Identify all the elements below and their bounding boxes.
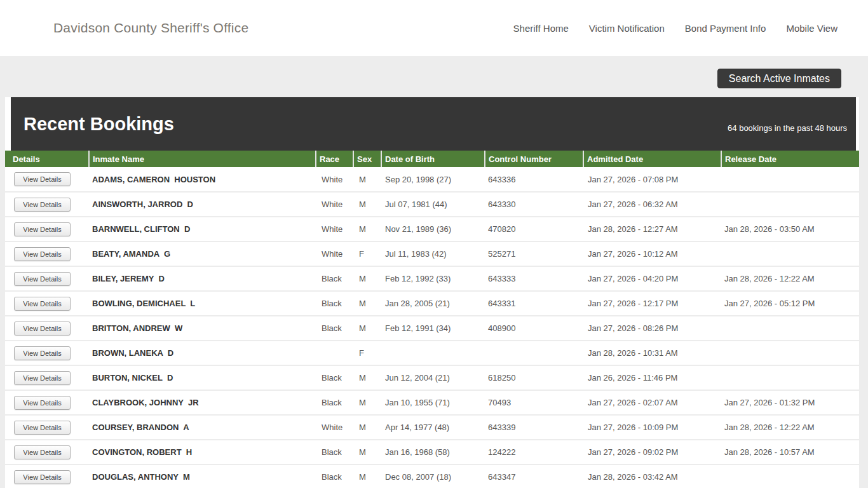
control-cell: 643347 <box>485 464 583 488</box>
column-header-sex: Sex <box>353 151 381 167</box>
dob-cell: Feb 12, 1992 (33) <box>381 266 485 291</box>
released-cell: Jan 28, 2026 - 10:57 AM <box>721 440 859 464</box>
sex-cell: M <box>353 464 381 488</box>
admitted-cell: Jan 28, 2026 - 10:31 AM <box>583 341 721 365</box>
column-header-release-date: Release Date <box>721 151 859 167</box>
view-details-button[interactable]: View Details <box>14 297 71 311</box>
race-cell: Black <box>316 464 353 488</box>
race-cell <box>316 341 353 365</box>
table-row: View DetailsCOVINGTON, ROBERT HBlackMJan… <box>5 440 859 464</box>
control-cell: 643331 <box>485 291 583 316</box>
admitted-cell: Jan 27, 2026 - 09:02 PM <box>583 440 721 464</box>
dob-cell: Jun 12, 2004 (21) <box>381 365 485 390</box>
details-cell: View Details <box>5 241 89 266</box>
view-details-button[interactable]: View Details <box>14 346 71 360</box>
bookings-table: DetailsInmate NameRaceSexDate of BirthCo… <box>5 151 859 488</box>
table-row: View DetailsAINSWORTH, JARROD DWhiteMJul… <box>5 192 859 217</box>
inmate-name: BARNWELL, CLIFTON D <box>89 217 316 241</box>
details-cell: View Details <box>5 291 89 316</box>
inmate-name: COURSEY, BRANDON A <box>89 415 316 440</box>
dob-cell: Nov 21, 1989 (36) <box>381 217 485 241</box>
race-cell: Black <box>316 440 353 464</box>
inmate-name: AINSWORTH, JARROD D <box>89 192 316 217</box>
nav-sheriff-home[interactable]: Sheriff Home <box>513 23 569 34</box>
inmate-name: ADAMS, CAMERON HOUSTON <box>89 167 316 192</box>
view-details-button[interactable]: View Details <box>14 470 71 484</box>
view-details-button[interactable]: View Details <box>14 247 71 261</box>
released-cell: Jan 28, 2026 - 03:50 AM <box>721 217 859 241</box>
table-row: View DetailsBRITTON, ANDREW WBlackMFeb 1… <box>5 316 859 341</box>
view-details-button[interactable]: View Details <box>14 371 71 385</box>
view-details-button[interactable]: View Details <box>14 445 71 459</box>
table-header-row: DetailsInmate NameRaceSexDate of BirthCo… <box>5 151 859 167</box>
sex-cell: M <box>353 291 381 316</box>
recent-bookings-panel: Recent Bookings 64 bookings in the past … <box>5 97 859 488</box>
released-cell <box>721 316 859 341</box>
dob-cell: Jul 11, 1983 (42) <box>381 241 485 266</box>
inmate-name: BRITTON, ANDREW W <box>89 316 316 341</box>
dob-cell <box>381 341 485 365</box>
control-cell: 124222 <box>485 440 583 464</box>
admitted-cell: Jan 27, 2026 - 07:08 PM <box>583 167 721 192</box>
bookings-table-body: View DetailsADAMS, CAMERON HOUSTONWhiteM… <box>5 167 859 488</box>
view-details-button[interactable]: View Details <box>14 222 71 236</box>
details-cell: View Details <box>5 217 89 241</box>
sex-cell: M <box>353 390 381 415</box>
released-cell: Jan 27, 2026 - 05:12 PM <box>721 291 859 316</box>
sex-cell: M <box>353 192 381 217</box>
details-cell: View Details <box>5 390 89 415</box>
sex-cell: M <box>353 365 381 390</box>
race-cell: Black <box>316 291 353 316</box>
nav-bond-payment-info[interactable]: Bond Payment Info <box>685 23 766 34</box>
view-details-button[interactable]: View Details <box>14 198 71 212</box>
dob-cell: Jan 16, 1968 (58) <box>381 440 485 464</box>
released-cell <box>721 241 859 266</box>
recent-bookings-header: Recent Bookings 64 bookings in the past … <box>11 97 856 151</box>
dob-cell: Jan 10, 1955 (71) <box>381 390 485 415</box>
table-row: View DetailsBOWLING, DEMICHAEL LBlackMJa… <box>5 291 859 316</box>
released-cell <box>721 365 859 390</box>
dob-cell: Jan 28, 2005 (21) <box>381 291 485 316</box>
dob-cell: Feb 12, 1991 (34) <box>381 316 485 341</box>
dob-cell: Sep 20, 1998 (27) <box>381 167 485 192</box>
inmate-name: CLAYBROOK, JOHNNY JR <box>89 390 316 415</box>
admitted-cell: Jan 28, 2026 - 12:27 AM <box>583 217 721 241</box>
table-row: View DetailsCLAYBROOK, JOHNNY JRBlackMJa… <box>5 390 859 415</box>
sex-cell: M <box>353 217 381 241</box>
inmate-name: BURTON, NICKEL D <box>89 365 316 390</box>
view-details-button[interactable]: View Details <box>14 396 71 410</box>
view-details-button[interactable]: View Details <box>14 172 71 186</box>
table-row: View DetailsADAMS, CAMERON HOUSTONWhiteM… <box>5 167 859 192</box>
bookings-count-text: 64 bookings in the past 48 hours <box>728 123 847 133</box>
view-details-button[interactable]: View Details <box>14 272 71 286</box>
admitted-cell: Jan 27, 2026 - 04:20 PM <box>583 266 721 291</box>
inmate-name: BEATY, AMANDA G <box>89 241 316 266</box>
admitted-cell: Jan 26, 2026 - 11:46 PM <box>583 365 721 390</box>
view-details-button[interactable]: View Details <box>14 322 71 336</box>
table-row: View DetailsBROWN, LANEKA DFJan 28, 2026… <box>5 341 859 365</box>
control-cell <box>485 341 583 365</box>
released-cell: Jan 28, 2026 - 12:22 AM <box>721 266 859 291</box>
released-cell <box>721 341 859 365</box>
view-details-button[interactable]: View Details <box>14 421 71 435</box>
sex-cell: M <box>353 415 381 440</box>
sex-cell: F <box>353 341 381 365</box>
nav-mobile-view[interactable]: Mobile View <box>786 23 837 34</box>
released-cell: Jan 28, 2026 - 12:22 AM <box>721 415 859 440</box>
table-row: View DetailsBEATY, AMANDA GWhiteFJul 11,… <box>5 241 859 266</box>
search-active-inmates-button[interactable]: Search Active Inmates <box>717 69 841 88</box>
table-row: View DetailsBURTON, NICKEL DBlackMJun 12… <box>5 365 859 390</box>
race-cell: White <box>316 241 353 266</box>
admitted-cell: Jan 27, 2026 - 12:17 PM <box>583 291 721 316</box>
nav-victim-notification[interactable]: Victim Notification <box>589 23 665 34</box>
top-bar: Davidson County Sheriff's Office Sheriff… <box>0 0 868 56</box>
column-header-admitted-date: Admitted Date <box>583 151 721 167</box>
inmate-name: BILEY, JEREMY D <box>89 266 316 291</box>
control-cell: 618250 <box>485 365 583 390</box>
search-row: Search Active Inmates <box>0 56 868 88</box>
admitted-cell: Jan 28, 2026 - 03:42 AM <box>583 464 721 488</box>
admitted-cell: Jan 27, 2026 - 06:32 AM <box>583 192 721 217</box>
control-cell: 525271 <box>485 241 583 266</box>
page-title: Recent Bookings <box>24 114 174 135</box>
column-header-inmate-name: Inmate Name <box>89 151 316 167</box>
